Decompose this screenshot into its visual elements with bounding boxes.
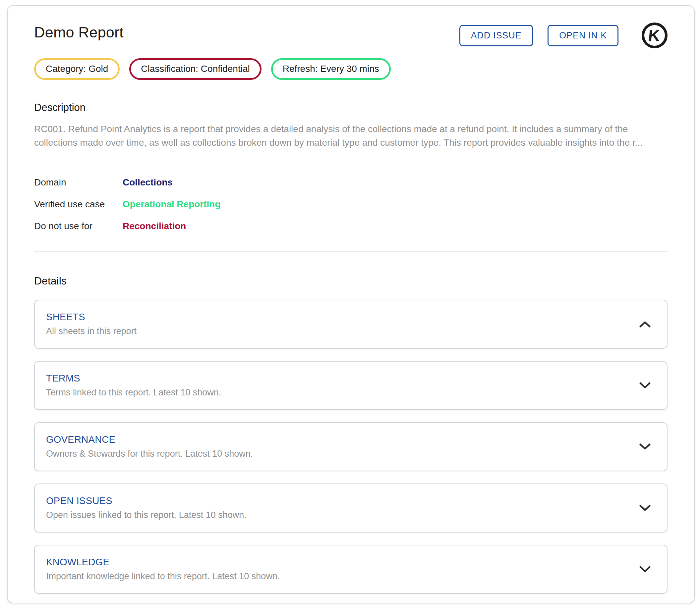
k-logo-letter: K (647, 28, 660, 43)
chevron-down-icon[interactable] (639, 502, 651, 514)
details-heading: Details (34, 275, 668, 287)
chevron-down-icon[interactable] (639, 441, 651, 453)
k-logo-icon: K (642, 22, 668, 48)
chevron-down-icon[interactable] (639, 380, 651, 391)
accordion-text: GOVERNANCE Owners & Stewards for this re… (46, 434, 253, 459)
open-issues-accordion[interactable]: OPEN ISSUES Open issues linked to this r… (34, 483, 668, 532)
knowledge-accordion-subtitle: Important knowledge linked to this repor… (46, 571, 280, 581)
header: Demo Report ADD ISSUE OPEN IN K K (34, 20, 668, 48)
chevron-up-icon[interactable] (639, 318, 651, 330)
refresh-badge: Refresh: Every 30 mins (271, 58, 391, 80)
sheets-accordion-title: SHEETS (46, 311, 137, 323)
knowledge-accordion[interactable]: KNOWLEDGE Important knowledge linked to … (34, 545, 668, 594)
sheets-accordion-subtitle: All sheets in this report (46, 326, 137, 336)
attribute-table: Domain Collections Verified use case Ope… (34, 177, 668, 231)
details-accordion-list: SHEETS All sheets in this report TERMS T… (34, 300, 668, 594)
accordion-text: KNOWLEDGE Important knowledge linked to … (46, 557, 280, 581)
governance-accordion-subtitle: Owners & Stewards for this report. Lates… (46, 449, 253, 459)
terms-accordion[interactable]: TERMS Terms linked to this report. Lates… (34, 361, 668, 410)
open-in-k-button[interactable]: OPEN IN K (547, 25, 619, 46)
header-actions: ADD ISSUE OPEN IN K K (460, 22, 668, 48)
description-heading: Description (34, 102, 668, 114)
chevron-down-icon[interactable] (639, 563, 651, 575)
governance-accordion[interactable]: GOVERNANCE Owners & Stewards for this re… (34, 422, 668, 471)
classification-badge: Classification: Confidential (129, 58, 261, 80)
add-issue-button[interactable]: ADD ISSUE (460, 25, 533, 46)
attribute-row-do-not-use-for: Do not use for Reconciliation (34, 221, 668, 231)
attribute-value-verified-use-case: Operational Reporting (123, 199, 221, 210)
accordion-text: SHEETS All sheets in this report (46, 311, 137, 336)
category-badge: Category: Gold (34, 58, 120, 80)
description-text: RC001. Refund Point Analytics is a repor… (34, 122, 668, 149)
open-issues-accordion-subtitle: Open issues linked to this report. Lates… (46, 510, 247, 520)
attribute-label: Verified use case (34, 199, 123, 210)
attribute-value-do-not-use-for: Reconciliation (123, 221, 186, 231)
attribute-label: Domain (34, 177, 123, 188)
sheets-accordion[interactable]: SHEETS All sheets in this report (34, 300, 668, 349)
attribute-value-domain: Collections (123, 177, 173, 188)
attribute-row-verified-use-case: Verified use case Operational Reporting (34, 199, 668, 210)
accordion-text: OPEN ISSUES Open issues linked to this r… (46, 495, 247, 520)
knowledge-accordion-title: KNOWLEDGE (46, 557, 280, 567)
terms-accordion-subtitle: Terms linked to this report. Latest 10 s… (46, 387, 221, 398)
report-detail-card: Demo Report ADD ISSUE OPEN IN K K Catego… (7, 5, 695, 604)
badge-row: Category: Gold Classification: Confident… (34, 58, 668, 80)
accordion-text: TERMS Terms linked to this report. Lates… (46, 373, 221, 398)
page-title: Demo Report (34, 24, 124, 41)
governance-accordion-title: GOVERNANCE (46, 434, 253, 445)
open-issues-accordion-title: OPEN ISSUES (46, 495, 247, 506)
attribute-label: Do not use for (34, 221, 123, 231)
section-divider (34, 251, 668, 252)
attribute-row-domain: Domain Collections (34, 177, 668, 188)
terms-accordion-title: TERMS (46, 373, 221, 384)
